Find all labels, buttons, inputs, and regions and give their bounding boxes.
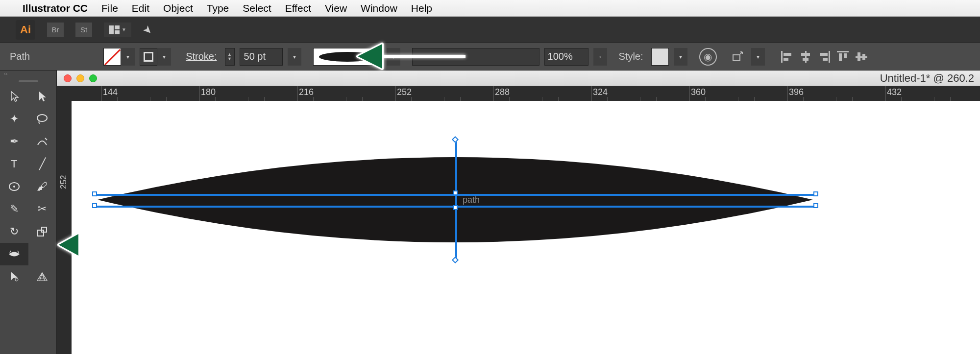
transform-dropdown[interactable]: ▾	[751, 48, 765, 66]
svg-rect-19	[862, 54, 865, 60]
path-hint-label: path	[463, 195, 480, 205]
align-right-icon	[818, 51, 830, 63]
menu-window[interactable]: Window	[361, 2, 397, 14]
magic-wand-tool[interactable]: ✦	[0, 108, 28, 130]
align-vcenter-button[interactable]	[854, 49, 869, 64]
pen-tool[interactable]: ✒	[0, 130, 28, 153]
align-right-button[interactable]	[817, 49, 832, 64]
opacity-input[interactable]	[544, 48, 588, 66]
style-dropdown[interactable]: ▾	[674, 48, 687, 66]
perspective-grid-tool[interactable]	[28, 265, 57, 288]
width-handle[interactable]	[453, 205, 458, 210]
line-segment-tool[interactable]: ╱	[28, 153, 57, 175]
stock-chip[interactable]: St	[75, 23, 92, 37]
stroke-weight-stepper[interactable]: ▲▼	[225, 48, 235, 66]
paintbrush-tool[interactable]: 🖌	[28, 175, 57, 198]
fill-swatch[interactable]	[103, 48, 121, 66]
svg-rect-1	[115, 25, 120, 29]
menu-edit[interactable]: Edit	[132, 2, 149, 14]
document-titlebar: Untitled-1* @ 260.2	[57, 71, 980, 86]
document-title: Untitled-1* @ 260.2	[880, 72, 974, 85]
curvature-icon	[36, 136, 48, 147]
stroke-label[interactable]: Stroke:	[186, 51, 217, 62]
menu-effect[interactable]: Effect	[285, 2, 311, 14]
svg-rect-17	[856, 56, 867, 58]
stroke-weight-input[interactable]	[240, 48, 283, 66]
menu-file[interactable]: File	[101, 2, 118, 14]
svg-rect-0	[109, 25, 114, 34]
svg-rect-9	[801, 53, 810, 56]
lasso-icon	[36, 114, 48, 124]
app-name[interactable]: Illustrator CC	[23, 2, 88, 14]
align-vcenter-icon	[856, 51, 867, 63]
svg-rect-10	[803, 58, 808, 61]
scale-tool[interactable]	[28, 220, 57, 243]
menu-select[interactable]: Select	[243, 2, 271, 14]
stroke-dropdown[interactable]: ▾	[157, 48, 171, 66]
menu-object[interactable]: Object	[163, 2, 193, 14]
selection-handle[interactable]	[92, 191, 97, 196]
menu-help[interactable]: Help	[411, 2, 432, 14]
align-left-button[interactable]	[780, 49, 794, 64]
align-hcenter-button[interactable]	[798, 49, 813, 64]
graphic-style-swatch[interactable]	[651, 48, 669, 66]
bridge-chip[interactable]: Br	[47, 23, 64, 37]
window-close-button[interactable]	[64, 74, 72, 82]
chevron-down-icon: ▼	[122, 27, 126, 32]
horizontal-ruler[interactable]: 144180216252288324360396432	[57, 86, 980, 101]
svg-rect-5	[781, 51, 783, 63]
panel-grip-icon[interactable]	[19, 80, 38, 82]
svg-point-20	[37, 115, 47, 121]
canvas[interactable]: path	[72, 101, 980, 354]
app-logo: Ai	[16, 20, 35, 40]
selection-center-vertical	[455, 140, 457, 260]
transform-panel-button[interactable]	[729, 48, 746, 66]
scissors-tool[interactable]: ✂	[28, 198, 57, 220]
shape-builder-tool[interactable]	[0, 265, 28, 288]
svg-rect-12	[820, 53, 828, 56]
rotate-tool[interactable]: ↻	[0, 220, 28, 243]
lasso-tool[interactable]	[28, 108, 57, 130]
align-hcenter-icon	[800, 51, 811, 63]
stroke-weight-dropdown[interactable]: ▾	[288, 48, 301, 66]
svg-rect-14	[837, 51, 849, 52]
ruler-v-tick: 252	[59, 175, 69, 189]
selection-icon	[9, 91, 19, 102]
stroke-swatch[interactable]	[140, 48, 157, 66]
shape-builder-icon	[9, 271, 20, 283]
selection-handle[interactable]	[92, 203, 97, 208]
pencil-tool[interactable]: ✎	[0, 198, 28, 220]
recolor-artwork-button[interactable]: ◉	[699, 48, 717, 66]
fill-dropdown[interactable]: ▾	[121, 48, 135, 66]
type-tool[interactable]: T	[0, 153, 28, 175]
width-anchor[interactable]	[452, 136, 459, 143]
control-bar: Path ▾ ▾ Stroke: ▲▼ ▾ ▾ › Style: ▾ ◉ ▾	[0, 43, 980, 71]
window-zoom-button[interactable]	[89, 74, 97, 82]
ellipse-icon	[8, 181, 20, 192]
align-left-icon	[781, 51, 793, 63]
svg-rect-15	[839, 53, 842, 61]
selection-handle[interactable]	[813, 203, 818, 208]
app-top-bar: Ai Br St ▼ ➤	[0, 17, 980, 43]
width-tool[interactable]	[0, 243, 28, 265]
gpu-performance-icon[interactable]: ➤	[140, 22, 155, 37]
window-minimize-button[interactable]	[76, 74, 84, 82]
menu-view[interactable]: View	[325, 2, 347, 14]
width-handle[interactable]	[453, 190, 458, 195]
selection-type-label: Path	[10, 51, 30, 62]
collapse-panel-icon[interactable]: ‹‹	[0, 71, 56, 80]
arrange-icon	[109, 25, 120, 34]
width-anchor[interactable]	[452, 257, 459, 263]
selection-handle[interactable]	[813, 191, 818, 196]
align-top-button[interactable]	[835, 49, 850, 64]
ellipse-tool[interactable]	[0, 175, 28, 198]
selection-tool[interactable]	[0, 85, 28, 108]
arrange-documents-button[interactable]: ▼	[104, 23, 131, 37]
curvature-tool[interactable]	[28, 130, 57, 153]
direct-selection-tool[interactable]	[28, 85, 57, 108]
direct-selection-icon	[37, 91, 47, 102]
opacity-dropdown[interactable]: ›	[593, 48, 607, 66]
tools-panel: ‹‹ ✦ ✒ T ╱ 🖌 ✎ ✂ ↻	[0, 71, 57, 354]
annotation-arrow	[54, 220, 157, 271]
menu-type[interactable]: Type	[207, 2, 229, 14]
